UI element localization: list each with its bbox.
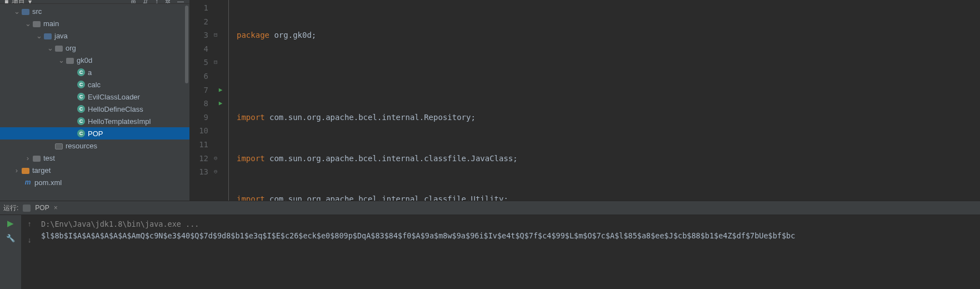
tree-file-calc[interactable]: Ccalc: [0, 78, 189, 91]
hide-icon[interactable]: —: [177, 0, 184, 4]
tree-java[interactable]: java: [0, 29, 189, 42]
tree-gk0d[interactable]: gk0d: [0, 54, 189, 66]
tree-file-evil[interactable]: CEvilClassLoader: [0, 91, 189, 103]
tree-file-hello2[interactable]: CHelloTemplatesImpl: [0, 115, 189, 127]
console-panel: ▶ 🔧 ↑ ↓ D:\Env\Java\jdk1.8\bin\java.exe …: [0, 215, 980, 289]
tree-file-pop[interactable]: CPOP: [0, 127, 189, 139]
run-panel-header[interactable]: 运行: POP ×: [0, 201, 980, 215]
run-tab-name: POP: [35, 204, 49, 212]
rerun-icon[interactable]: ▶: [7, 218, 14, 228]
run-gutter-icon[interactable]: ▶: [213, 83, 228, 97]
console-output[interactable]: D:\Env\Java\jdk1.8\bin\java.exe ...$l$8b…: [38, 215, 980, 289]
tree-resources[interactable]: resources: [0, 139, 189, 152]
panel-header[interactable]: ■项目▾ ⊕ ⇵ ↕ ✲ —: [0, 0, 189, 4]
wrench-icon[interactable]: 🔧: [6, 234, 15, 242]
console-toolbar: ▶ 🔧: [0, 215, 21, 289]
tree-file-hello1[interactable]: CHelloDefineClass: [0, 103, 189, 115]
console-toolbar-2: ↑ ↓: [21, 215, 38, 289]
tree-main[interactable]: main: [0, 17, 189, 29]
run-gutter-icon[interactable]: ▶: [213, 97, 228, 111]
project-tree: src main java org gk0d Ca Ccalc CEvilCla…: [0, 4, 189, 201]
console-line: $l$8b$I$A$A$A$A$A$A$AmQ$c9N$e3$40$Q$7d$9…: [41, 230, 980, 242]
locate-icon[interactable]: ⊕: [131, 0, 136, 4]
run-label: 运行:: [3, 203, 18, 213]
panel-title: 项目: [12, 0, 25, 4]
editor: mpom.xml (ts)× CEvilClassLoader.java× CH…: [189, 0, 980, 201]
project-sidebar: ■项目▾ ⊕ ⇵ ↕ ✲ — src main java org gk0d Ca…: [0, 0, 189, 201]
settings-icon[interactable]: ✲: [165, 0, 171, 4]
tree-org[interactable]: org: [0, 42, 189, 54]
sidebar-scrollbar[interactable]: [185, 6, 188, 83]
collapse-icon[interactable]: ↕: [155, 0, 158, 4]
close-icon[interactable]: ×: [54, 204, 58, 212]
tree-test[interactable]: test: [0, 152, 189, 164]
tree-src[interactable]: src: [0, 5, 189, 17]
down-icon[interactable]: ↓: [28, 236, 32, 244]
up-icon[interactable]: ↑: [28, 220, 32, 228]
tree-target[interactable]: target: [0, 164, 189, 176]
tree-file-a[interactable]: Ca: [0, 66, 189, 78]
run-config-icon: [23, 205, 31, 212]
expand-icon[interactable]: ⇵: [143, 0, 148, 4]
console-line: D:\Env\Java\jdk1.8\bin\java.exe ...: [41, 218, 980, 230]
tree-pom[interactable]: mpom.xml: [0, 176, 189, 188]
